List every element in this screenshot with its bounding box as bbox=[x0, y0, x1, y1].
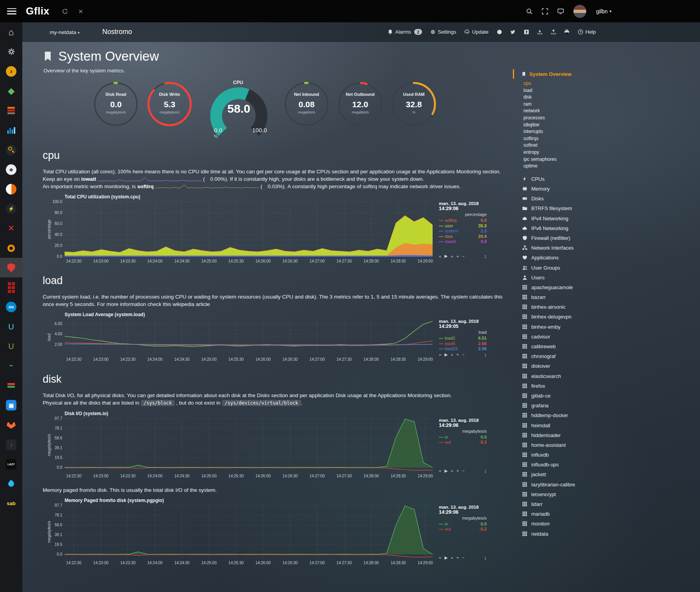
legend-item-load5[interactable]: — load5 2.68 bbox=[439, 341, 487, 347]
play-button[interactable]: ▶ bbox=[444, 352, 447, 357]
zoom-out-button[interactable]: − bbox=[462, 352, 464, 357]
sidebar-app-app-half[interactable] bbox=[0, 180, 22, 199]
sidebar-app-app-bars2[interactable] bbox=[0, 376, 22, 395]
legend-item-iowait[interactable]: — iowait 0.0 bbox=[439, 239, 487, 245]
help-button[interactable]: ? Help bbox=[578, 29, 596, 35]
menu-app-bazarr[interactable]: bazarr bbox=[513, 292, 697, 302]
pan-right-button[interactable]: » bbox=[451, 555, 453, 560]
menu-app-apacheguacamole[interactable]: apacheguacamole bbox=[513, 283, 697, 292]
menu-button[interactable] bbox=[7, 8, 16, 14]
legend-item-out[interactable]: — out -5.2 bbox=[439, 527, 487, 532]
sidebar-app-gitlab[interactable] bbox=[0, 415, 22, 435]
menu-ipv4-networking[interactable]: IPv4 Networking bbox=[513, 213, 697, 223]
legend-item-nice[interactable]: — nice 20.4 bbox=[439, 234, 487, 239]
play-button[interactable]: ▶ bbox=[444, 555, 447, 560]
zoom-in-button[interactable]: + bbox=[456, 352, 459, 357]
menu-firewall-netfilter[interactable]: Firewall (netfilter) bbox=[513, 233, 697, 243]
menu-sub-load[interactable]: load bbox=[523, 87, 697, 94]
search-icon[interactable] bbox=[526, 8, 532, 14]
sidebar-app-app-download[interactable]: ↓ bbox=[0, 435, 22, 454]
menu-btrfs-filesystem[interactable]: BTRFS filesystem bbox=[513, 203, 697, 213]
menu-app-monitorr[interactable]: monitorr bbox=[513, 519, 697, 529]
chart-plot-io-chart[interactable]: 14:22:3014:23:0014:23:3014:24:0014:24:30… bbox=[47, 416, 434, 480]
menu-app-calibreweb[interactable]: calibreweb bbox=[513, 342, 697, 351]
menu-app-binhex-emby[interactable]: binhex-emby bbox=[513, 322, 697, 332]
menu-app-lidarr[interactable]: lidarr bbox=[513, 499, 697, 509]
gauge-disk-write[interactable]: Disk Write 5.3 megabytes/s bbox=[144, 80, 195, 130]
menu-memory[interactable]: Memory bbox=[513, 184, 697, 194]
menu-app-binhex-delugevpn[interactable]: binhex-delugevpn bbox=[513, 312, 697, 322]
menu-app-chronograf[interactable]: chronograf bbox=[513, 351, 697, 361]
menu-app-grafana[interactable]: grafana bbox=[513, 401, 697, 410]
close-icon[interactable]: × bbox=[78, 7, 83, 15]
sidebar-app-app-u-green[interactable]: U bbox=[0, 336, 22, 356]
pan-left-button[interactable]: « bbox=[439, 555, 441, 560]
menu-app-hiddenloader[interactable]: hiddenloader bbox=[513, 430, 697, 440]
sidebar-app-app-face[interactable]: ☻ bbox=[0, 160, 22, 179]
menu-app-mariadb[interactable]: mariadb bbox=[513, 509, 697, 519]
legend-item-load15[interactable]: — load15 2.06 bbox=[439, 346, 487, 352]
sidebar-app-app-window[interactable]: ▣ bbox=[0, 396, 22, 415]
gauge-cpu[interactable]: CPU 58.0 0.0 100.0 % bbox=[198, 80, 278, 140]
iowait-sparkline[interactable] bbox=[98, 176, 202, 182]
gauge-net-outbound[interactable]: Net Outbound 12.0 megabits/s bbox=[335, 80, 386, 130]
menu-sub-softirqs[interactable]: softirqs bbox=[523, 135, 697, 142]
menu-network-interfaces[interactable]: Network Interfaces bbox=[513, 243, 697, 253]
legend-item-in[interactable]: — in 0.0 bbox=[439, 435, 487, 440]
import-icon[interactable] bbox=[537, 29, 543, 35]
menu-sub-idlejitter[interactable]: idlejitter bbox=[523, 122, 697, 129]
sidebar-app-app-equalizer[interactable] bbox=[0, 121, 22, 140]
menu-app-letsencrypt[interactable]: letsencrypt bbox=[513, 489, 697, 499]
menu-app-home-assistant[interactable]: home-assistant bbox=[513, 440, 697, 450]
menu-app-firefox[interactable]: firefox bbox=[513, 381, 697, 391]
softirq-sparkline[interactable] bbox=[155, 184, 259, 189]
menu-ipv6-networking[interactable]: IPv6 Networking bbox=[513, 223, 697, 233]
menu-sub-cpu[interactable]: cpu bbox=[523, 80, 697, 87]
menu-sub-ram[interactable]: ram bbox=[523, 101, 697, 108]
legend-item-softirq[interactable]: — softirq 0.0 bbox=[439, 218, 487, 223]
update-button[interactable]: Update bbox=[464, 29, 488, 35]
resize-handle[interactable]: ↕ bbox=[484, 253, 487, 259]
sidebar-app-app-diamond[interactable]: ◆ bbox=[0, 81, 22, 101]
menu-app-binhex-airsonic[interactable]: binhex-airsonic bbox=[513, 302, 697, 312]
chart-plot-load-chart[interactable]: 14:22:3014:23:0014:23:3014:24:0014:24:30… bbox=[47, 317, 434, 363]
sidebar-app-plex[interactable]: › bbox=[0, 61, 22, 81]
zoom-in-button[interactable]: + bbox=[456, 555, 459, 560]
menu-user-groups[interactable]: User Groups bbox=[513, 263, 697, 272]
menu-sub-entropy[interactable]: entropy bbox=[523, 149, 697, 156]
monitor-icon[interactable] bbox=[557, 8, 564, 14]
menu-app-hddtemp-docker[interactable]: hddtemp-docker bbox=[513, 410, 697, 420]
user-avatar[interactable] bbox=[573, 5, 586, 18]
resize-handle[interactable]: ↕ bbox=[484, 352, 487, 358]
alarms-button[interactable]: Alarms 2 bbox=[388, 29, 422, 35]
menu-sub-uptime[interactable]: uptime bbox=[523, 163, 697, 170]
chart-plot-cpu-chart[interactable]: 14:22:3014:23:0014:23:3014:24:0014:24:30… bbox=[47, 200, 434, 265]
menu-sub-network[interactable]: network bbox=[523, 108, 697, 115]
menu-disks[interactable]: Disks bbox=[513, 194, 697, 203]
sidebar-app-lazylibrarian[interactable]: LAZY bbox=[0, 454, 22, 474]
print-icon[interactable] bbox=[564, 29, 570, 35]
menu-app-influxdb[interactable]: influxdb bbox=[513, 450, 697, 460]
chart-plot-pgpgio-chart[interactable]: 14:22:3014:23:0014:23:3014:24:0014:24:30… bbox=[47, 503, 434, 567]
menu-app-elasticsearch[interactable]: elasticsearch bbox=[513, 371, 697, 381]
sidebar-app-app-bolt[interactable]: ⚡ bbox=[0, 199, 22, 219]
pan-left-button[interactable]: « bbox=[439, 468, 441, 473]
legend-item-in[interactable]: — in 0.0 bbox=[439, 522, 487, 527]
zoom-in-button[interactable]: + bbox=[456, 468, 459, 473]
sidebar-app-sabnzbd[interactable]: sab bbox=[0, 494, 22, 513]
export-icon[interactable] bbox=[551, 29, 556, 35]
play-button[interactable]: ▶ bbox=[444, 254, 447, 259]
gauge-used-ram[interactable]: Used RAM 32.8 % bbox=[388, 80, 439, 130]
gauge-disk-read[interactable]: Disk Read 0.0 megabytes/s bbox=[90, 80, 141, 130]
menu-sub-interrupts[interactable]: interrupts bbox=[523, 128, 697, 135]
pan-left-button[interactable]: « bbox=[439, 352, 441, 357]
play-button[interactable]: ▶ bbox=[444, 468, 447, 473]
menu-app-jackett[interactable]: jackett bbox=[513, 470, 697, 479]
legend-item-user[interactable]: — user 35.3 bbox=[439, 223, 487, 229]
menu-app-cadvisor[interactable]: cadvisor bbox=[513, 332, 697, 342]
pan-right-button[interactable]: » bbox=[451, 352, 453, 357]
menu-app-heimdall[interactable]: heimdall bbox=[513, 420, 697, 430]
menu-applications[interactable]: Applications bbox=[513, 253, 697, 263]
resize-handle[interactable]: ↕ bbox=[484, 555, 487, 561]
menu-sub-softnet[interactable]: softnet bbox=[523, 142, 697, 149]
